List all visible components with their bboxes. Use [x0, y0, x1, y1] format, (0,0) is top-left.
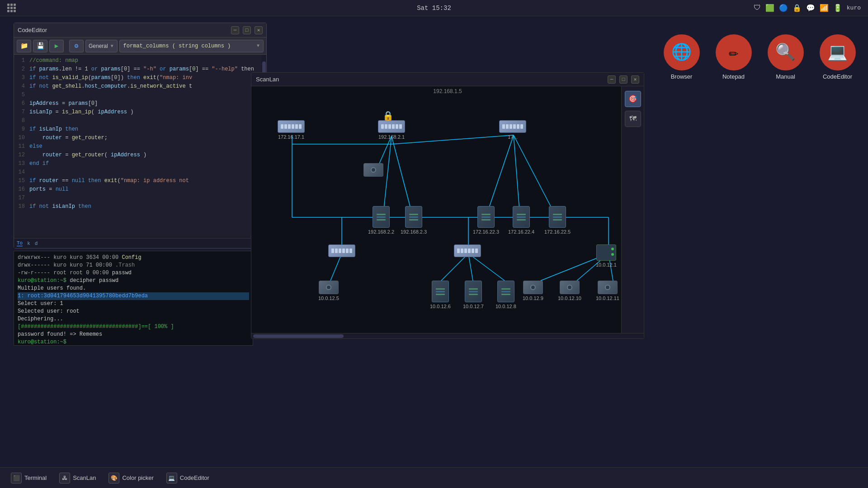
scanlan-title: ScanLan: [256, 76, 604, 83]
settings-icon[interactable]: ⚙: [69, 40, 84, 52]
node-r1[interactable]: 172.16.17.1: [278, 120, 305, 140]
node-cam2[interactable]: 10.0.12.5: [318, 281, 339, 301]
line-numbers: 12345 678910 1112131415 161718: [14, 55, 28, 238]
app-grid-icon[interactable]: [7, 4, 16, 12]
minimize-button[interactable]: ─: [231, 26, 239, 34]
app-browser[interactable]: 🌐 Browser: [664, 34, 700, 80]
server-icon-s3: [477, 206, 495, 228]
node-cam4[interactable]: 10.0.12.10: [558, 281, 581, 301]
sl-minimize-button[interactable]: ─: [608, 75, 616, 84]
label-sp1: 10.0.12.1: [596, 262, 617, 267]
term-line-6: 1: root:3d041794653d9041395780bedd7b9eda: [18, 292, 249, 300]
node-s5[interactable]: 172.16.22.5: [544, 206, 571, 235]
node-sp1[interactable]: 10.0.12.1: [596, 244, 617, 267]
node-s3[interactable]: 172.16.22.3: [473, 206, 499, 235]
server-icon-s2: [405, 206, 422, 228]
tab-to[interactable]: To: [17, 240, 23, 246]
node-cam5[interactable]: 10.0.12.11: [596, 281, 619, 301]
node-s6[interactable]: 10.0.12.6: [430, 281, 451, 309]
taskbar-scanlan-label: ScanLan: [73, 474, 96, 481]
app-grid: 🌐 Browser ✏️ Notepad 🔍 Manual 💻 CodeEdit…: [651, 16, 868, 98]
terminal-window[interactable]: drwxrwx--- kuro kuro 3634 00:00 Config d…: [14, 251, 253, 346]
node-cam3[interactable]: 10.0.12.9: [523, 281, 543, 301]
label-s3: 172.16.22.3: [473, 229, 499, 235]
code-area[interactable]: 12345 678910 1112131415 161718 //command…: [14, 55, 266, 238]
node-r5[interactable]: [454, 244, 481, 257]
camera-icon-3: [523, 281, 543, 294]
taskbar-codeeditor[interactable]: 💻 CodeEditor: [161, 471, 215, 485]
node-s7[interactable]: 10.0.12.7: [463, 281, 484, 309]
node-s2[interactable]: 192.168.2.3: [401, 206, 427, 235]
node-s4[interactable]: 172.16.22.4: [508, 206, 534, 235]
code-content[interactable]: //command: nmap if params.len != 1 or pa…: [28, 55, 262, 238]
notepad-icon: ✏️: [716, 34, 752, 70]
label-s1: 192.168.2.2: [368, 229, 394, 235]
label-s5: 172.16.22.5: [544, 229, 571, 235]
node-s1[interactable]: 192.168.2.2: [368, 206, 394, 235]
app-manual[interactable]: 🔍 Manual: [768, 34, 804, 80]
scanlan-hscrollbar[interactable]: [251, 333, 644, 338]
run-button[interactable]: ▶: [49, 40, 64, 52]
browser-icon: 🌐: [664, 34, 700, 70]
wifi-icon[interactable]: 📶: [820, 4, 829, 13]
special-icon-sp1: [596, 244, 616, 261]
codeeditor-icon: 💻: [820, 34, 856, 70]
node-r4[interactable]: [328, 244, 355, 257]
app-notepad[interactable]: ✏️ Notepad: [716, 34, 752, 80]
label-s8: 10.0.12.8: [495, 304, 516, 309]
term-line-8: Selected user: root: [18, 308, 249, 315]
monitor-icon[interactable]: 🟩: [765, 4, 774, 13]
top-bar-right: 🛡 🟩 🔵 🔒 💬 📶 🔋 kuro: [754, 4, 861, 13]
maximize-button[interactable]: □: [243, 26, 251, 34]
open-file-button[interactable]: 📁: [17, 40, 31, 52]
scanlan-icon: 🖧: [59, 473, 70, 483]
username: kuro: [847, 5, 861, 11]
code-editor-titlebar: CodeEditor ─ □ ✕: [14, 23, 266, 38]
label-r1: 172.16.17.1: [278, 134, 304, 140]
shield-icon[interactable]: 🛡: [754, 4, 761, 12]
config-select[interactable]: General ▼: [85, 40, 118, 52]
code-editor-title: CodeEditor: [18, 27, 227, 33]
node-r2[interactable]: 🔒 192.168.2.1: [378, 120, 405, 140]
term-line-10: [####################################]==…: [18, 323, 249, 331]
term-line-2: drwx------ kuro kuro 71 00:00 .Trash: [18, 262, 249, 269]
node-s8[interactable]: 10.0.12.8: [495, 281, 516, 309]
lock-icon[interactable]: 🔒: [793, 4, 802, 13]
manual-icon: 🔍: [768, 34, 804, 70]
camera-icon-1: [363, 163, 383, 177]
camera-icon-5: [598, 281, 618, 294]
taskbar: ⬛ Terminal 🖧 ScanLan 🎨 Color picker 💻 Co…: [0, 467, 868, 488]
terminal-icon: ⬛: [11, 473, 22, 483]
node-r3[interactable]: 17...: [499, 120, 526, 140]
sl-close-button[interactable]: ✕: [631, 75, 639, 84]
close-button[interactable]: ✕: [255, 26, 263, 34]
message-icon[interactable]: 💬: [806, 4, 815, 13]
server-icon-s8: [497, 281, 514, 302]
tab-k[interactable]: k: [27, 241, 30, 246]
label-cam3: 10.0.12.9: [523, 296, 543, 301]
svg-line-14: [441, 253, 468, 281]
save-button[interactable]: 💾: [33, 40, 47, 52]
tab-d[interactable]: d: [35, 241, 38, 246]
server-icon-s6: [432, 281, 449, 302]
system-icon[interactable]: 🔵: [779, 4, 788, 13]
function-select[interactable]: format_columns ( string columns ) ▼: [119, 40, 264, 52]
notepad-label: Notepad: [722, 73, 745, 80]
camera-icon-2: [319, 281, 339, 294]
scanlan-content[interactable]: 192.168.1.5 🎯 🗺: [251, 86, 644, 333]
taskbar-terminal[interactable]: ⬛ Terminal: [5, 471, 52, 485]
server-icon-s7: [465, 281, 482, 302]
taskbar-scanlan[interactable]: 🖧 ScanLan: [54, 471, 101, 485]
app-codeeditor[interactable]: 💻 CodeEditor: [820, 34, 856, 80]
node-cam1[interactable]: [363, 163, 383, 177]
taskbar-colorpicker[interactable]: 🎨 Color picker: [103, 471, 159, 485]
server-icon-s4: [513, 206, 530, 228]
battery-icon[interactable]: 🔋: [833, 4, 842, 13]
term-line-7: Select user: 1: [18, 300, 249, 308]
sl-maximize-button[interactable]: □: [619, 75, 627, 84]
scanlan-hscroll-thumb[interactable]: [253, 334, 344, 338]
browser-label: Browser: [671, 73, 693, 80]
taskbar-terminal-label: Terminal: [24, 474, 47, 481]
term-line-5: Multiple users found.: [18, 285, 249, 292]
colorpicker-icon: 🎨: [108, 473, 119, 483]
